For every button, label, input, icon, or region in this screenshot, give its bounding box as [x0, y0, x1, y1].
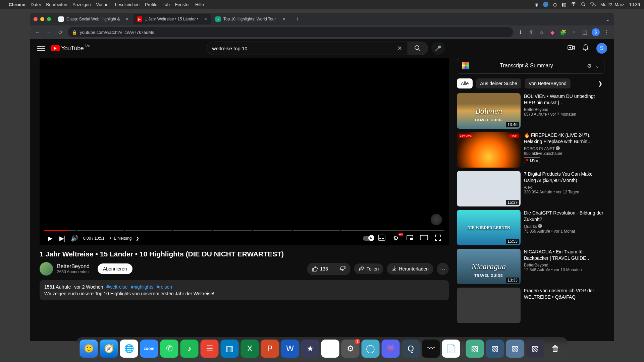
chrome-menu-icon[interactable]: ⋮ [603, 29, 610, 36]
browser-tab[interactable]: 📄 Glasp: Social Web Highlight & ✕ [55, 14, 132, 24]
new-tab-button[interactable]: + [292, 14, 302, 24]
todoist-icon[interactable]: ☰ [201, 340, 219, 358]
video-thumbnail[interactable]: 15:37 [457, 171, 521, 206]
zoom-icon[interactable]: zoom [140, 340, 158, 358]
video-thumbnail[interactable]: Bolivien TRAVEL GUIDE 13:46 [457, 93, 521, 129]
channel-watermark-icon[interactable] [431, 214, 442, 225]
maximize-window-button[interactable] [47, 17, 51, 21]
youtube-logo[interactable]: YouTube DE [51, 45, 84, 52]
trello-icon[interactable]: ▥ [221, 340, 239, 358]
chrome-icon[interactable]: 🌐 [120, 340, 138, 358]
search-box[interactable]: ✕ [207, 42, 408, 55]
back-button[interactable]: ← [34, 29, 42, 35]
channel-name[interactable]: BetterBeyond [57, 263, 90, 269]
extensions-icon[interactable]: 🧩 [559, 29, 567, 36]
reading-list-icon[interactable]: ≡ [570, 29, 578, 35]
word-icon[interactable]: W [281, 340, 299, 358]
search-input[interactable] [212, 46, 397, 51]
close-window-button[interactable] [34, 17, 38, 21]
next-button[interactable]: ▶| [56, 235, 68, 242]
wifi-icon[interactable] [571, 2, 576, 6]
reload-button[interactable]: ⟳ [56, 29, 64, 36]
search-button[interactable] [408, 42, 428, 55]
volume-icon[interactable]: 🔊 [68, 235, 80, 242]
drive-icon[interactable]: ▲ [321, 340, 339, 358]
related-video[interactable]: Fragen von unserem ich VOR der WELTREISE… [457, 288, 604, 323]
menubar-item[interactable]: Profile [145, 2, 157, 7]
excel-icon[interactable]: X [241, 340, 259, 358]
chapter-label[interactable]: Einleitung [114, 236, 132, 241]
autoplay-toggle[interactable]: ▶ [363, 236, 374, 241]
bookmark-star-icon[interactable]: ☆ [538, 29, 545, 36]
menubar-item[interactable]: Bearbeiten [46, 2, 67, 7]
chevron-down-icon[interactable]: ⌄ [595, 63, 599, 69]
settings-icon[interactable]: ⚙1 [341, 340, 360, 358]
notifications-icon[interactable] [582, 44, 589, 53]
subtitles-icon[interactable] [376, 235, 388, 242]
sidepanel-icon[interactable]: ◫ [581, 29, 588, 36]
transcript-summary-panel[interactable]: Transcript & Summary ⚙ ⌄ [457, 58, 604, 74]
forward-button[interactable]: → [45, 29, 53, 35]
trash-icon[interactable]: 🗑 [546, 340, 565, 358]
battery-icon[interactable]: ▮▯ [561, 2, 566, 7]
video-thumbnail[interactable]: 24/7 LIVE LIVE [457, 132, 521, 168]
extension-glasp-icon[interactable]: ◆ [549, 29, 556, 36]
close-tab-icon[interactable]: ✕ [123, 17, 129, 21]
imovie-icon[interactable]: ★ [301, 340, 319, 358]
filter-chip[interactable]: Aus deiner Suche [476, 78, 521, 88]
theater-mode-icon[interactable] [418, 235, 430, 242]
download-button[interactable]: Herunterladen [387, 263, 433, 275]
fullscreen-icon[interactable] [432, 235, 444, 242]
related-video[interactable]: NIE WIEDER LERNEN 15:53 Die ChatGPT-Revo… [457, 210, 604, 245]
tab-overflow-icon[interactable]: ⌄ [605, 16, 610, 22]
clock-icon[interactable]: ◷ [553, 2, 557, 7]
app-icon[interactable]: ◯ [362, 340, 380, 358]
menubar-time[interactable]: 10:36 [629, 2, 640, 7]
video-player[interactable]: ▶ ▶| 🔊 0:00 / 10:51 • Einleitung ❯ ▶ ⚙H [40, 58, 449, 245]
pages-icon[interactable]: 📄 [442, 340, 460, 358]
filter-chip[interactable]: Von BetterBeyond [525, 78, 571, 88]
play-button[interactable]: ▶ [44, 235, 56, 242]
subscribe-button[interactable]: Abonnieren [98, 263, 132, 274]
menubar-item[interactable]: Anzeigen [72, 2, 91, 7]
video-thumbnail[interactable] [457, 288, 521, 323]
quicktime-icon[interactable]: Q [402, 340, 420, 358]
menubar-item[interactable]: Datei [31, 2, 41, 7]
chapter-next-icon[interactable]: ❯ [131, 236, 144, 241]
user-avatar[interactable]: S [596, 43, 607, 54]
browser-tab[interactable]: ✦ Top 10 Highlights: World Tour ✕ [212, 14, 289, 24]
spotlight-icon[interactable] [581, 2, 586, 7]
spotify-icon[interactable]: ♪ [180, 340, 199, 358]
settings-icon[interactable]: ⚙ [587, 63, 592, 69]
status-dot-icon[interactable] [543, 2, 548, 7]
voice-memos-icon[interactable]: 〰 [422, 340, 440, 358]
hamburger-menu-icon[interactable] [37, 44, 45, 52]
browser-tab-active[interactable]: ▶ 1 Jahr Weltreise • 15 Länder • ✕ [133, 14, 211, 24]
channel-avatar[interactable] [40, 262, 53, 276]
clear-search-icon[interactable]: ✕ [397, 45, 402, 52]
menubar-item[interactable]: Hilfe [195, 2, 204, 7]
voice-search-icon[interactable]: 🎤 [431, 42, 445, 55]
dock-stack[interactable]: ▧ [466, 340, 484, 358]
dock-stack[interactable]: ▧ [506, 340, 524, 358]
video-thumbnail[interactable]: Nicaragua TRAVEL GUIDE 13:33 [457, 249, 521, 284]
menubar-item[interactable]: Tab [163, 2, 170, 7]
dock-stack[interactable]: ▧ [526, 340, 544, 358]
miniplayer-icon[interactable] [404, 235, 416, 242]
menubar-date[interactable]: Mi. 22. März [600, 2, 625, 7]
hashtag[interactable]: #highlights [131, 284, 153, 290]
safari-icon[interactable]: 🧭 [100, 340, 118, 358]
record-icon[interactable]: ◉ [535, 2, 538, 7]
related-video[interactable]: 15:37 7 Digital Products You Can Make Us… [457, 171, 604, 206]
video-description[interactable]: 1561 Aufrufe vor 2 Wochen #weltreise #hi… [40, 280, 449, 300]
menubar-item[interactable]: Verlauf [96, 2, 110, 7]
finder-icon[interactable]: 🙂 [80, 340, 98, 358]
minimize-window-button[interactable] [40, 17, 44, 21]
settings-icon[interactable]: ⚙HD [390, 235, 402, 242]
address-bar[interactable]: 🔒 youtube.com/watch?v=cWw77k7auMs [68, 27, 513, 37]
menubar-item[interactable]: Lesezeichen [115, 2, 140, 7]
related-video[interactable]: Nicaragua TRAVEL GUIDE 13:33 NICARAGUA •… [457, 249, 604, 284]
related-video[interactable]: Bolivien TRAVEL GUIDE 13:46 BOLIVIEN • W… [457, 93, 604, 129]
close-tab-icon[interactable]: ✕ [280, 17, 286, 21]
dislike-button[interactable] [335, 263, 351, 275]
